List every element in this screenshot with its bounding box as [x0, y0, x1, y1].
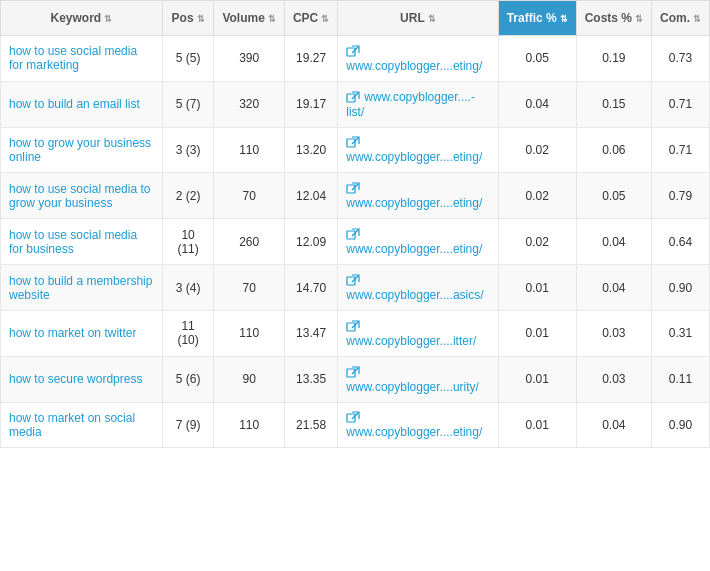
sort-icon: ⇅	[104, 14, 112, 24]
pos-cell: 5 (7)	[162, 81, 214, 127]
volume-cell: 260	[214, 219, 284, 265]
cpc-cell: 21.58	[284, 402, 337, 448]
col-header-volume[interactable]: Volume⇅	[214, 1, 284, 36]
url-link[interactable]: www.copyblogger....itter/	[346, 334, 476, 348]
url-link[interactable]: www.copyblogger....eting/	[346, 242, 482, 256]
external-link-icon	[346, 182, 360, 196]
volume-cell: 110	[214, 310, 284, 356]
keyword-link[interactable]: how to grow your business online	[9, 136, 151, 164]
volume-cell: 390	[214, 36, 284, 82]
volume-cell: 90	[214, 356, 284, 402]
col-header-cpc[interactable]: CPC⇅	[284, 1, 337, 36]
com-cell: 0.73	[651, 36, 709, 82]
table-row: how to build an email list5 (7)32019.17 …	[1, 81, 710, 127]
keyword-cell: how to build an email list	[1, 81, 163, 127]
keyword-link[interactable]: how to market on social media	[9, 411, 135, 439]
url-link[interactable]: www.copyblogger....urity/	[346, 380, 479, 394]
url-link[interactable]: www.copyblogger....-list/	[346, 90, 475, 119]
url-link[interactable]: www.copyblogger....eting/	[346, 150, 482, 164]
cpc-cell: 13.20	[284, 127, 337, 173]
external-link-icon	[346, 411, 360, 425]
url-link[interactable]: www.copyblogger....eting/	[346, 425, 482, 439]
cpc-cell: 14.70	[284, 265, 337, 311]
table-row: how to grow your business online3 (3)110…	[1, 127, 710, 173]
col-header-traffic[interactable]: Traffic %⇅	[498, 1, 576, 36]
pos-cell: 11 (10)	[162, 310, 214, 356]
external-link-icon	[346, 320, 360, 334]
volume-cell: 110	[214, 402, 284, 448]
sort-icon: ⇅	[635, 14, 643, 24]
table-row: how to use social media for marketing5 (…	[1, 36, 710, 82]
keyword-cell: how to use social media for marketing	[1, 36, 163, 82]
keyword-link[interactable]: how to use social media for marketing	[9, 44, 137, 72]
costs-cell: 0.03	[576, 356, 651, 402]
sort-icon: ⇅	[321, 14, 329, 24]
keyword-link[interactable]: how to use social media for business	[9, 228, 137, 256]
external-link-icon	[346, 366, 360, 380]
col-header-com[interactable]: Com.⇅	[651, 1, 709, 36]
url-link[interactable]: www.copyblogger....asics/	[346, 288, 483, 302]
external-link-icon	[346, 91, 360, 105]
external-link-icon	[346, 45, 360, 59]
url-link[interactable]: www.copyblogger....eting/	[346, 59, 482, 73]
keyword-cell: how to use social media to grow your bus…	[1, 173, 163, 219]
traffic-cell: 0.01	[498, 310, 576, 356]
table-row: how to secure wordpress5 (6)9013.35 www.…	[1, 356, 710, 402]
table-row: how to build a membership website3 (4)70…	[1, 265, 710, 311]
keyword-link[interactable]: how to market on twitter	[9, 326, 136, 340]
col-header-costs[interactable]: Costs %⇅	[576, 1, 651, 36]
traffic-cell: 0.02	[498, 173, 576, 219]
traffic-cell: 0.05	[498, 36, 576, 82]
costs-cell: 0.15	[576, 81, 651, 127]
volume-cell: 110	[214, 127, 284, 173]
keyword-cell: how to grow your business online	[1, 127, 163, 173]
url-cell: www.copyblogger....eting/	[338, 402, 498, 448]
table-row: how to market on social media7 (9)11021.…	[1, 402, 710, 448]
keyword-link[interactable]: how to build an email list	[9, 97, 140, 111]
pos-cell: 3 (4)	[162, 265, 214, 311]
cpc-cell: 12.09	[284, 219, 337, 265]
pos-cell: 7 (9)	[162, 402, 214, 448]
col-header-keyword[interactable]: Keyword⇅	[1, 1, 163, 36]
pos-cell: 5 (5)	[162, 36, 214, 82]
url-link[interactable]: www.copyblogger....eting/	[346, 196, 482, 210]
table-row: how to market on twitter11 (10)11013.47 …	[1, 310, 710, 356]
costs-cell: 0.05	[576, 173, 651, 219]
keyword-cell: how to secure wordpress	[1, 356, 163, 402]
costs-cell: 0.04	[576, 265, 651, 311]
com-cell: 0.11	[651, 356, 709, 402]
external-link-icon	[346, 228, 360, 242]
cpc-cell: 13.35	[284, 356, 337, 402]
pos-cell: 2 (2)	[162, 173, 214, 219]
traffic-cell: 0.02	[498, 219, 576, 265]
keyword-link[interactable]: how to build a membership website	[9, 274, 152, 302]
cpc-cell: 19.17	[284, 81, 337, 127]
col-header-pos[interactable]: Pos⇅	[162, 1, 214, 36]
url-cell: www.copyblogger....eting/	[338, 127, 498, 173]
table-row: how to use social media to grow your bus…	[1, 173, 710, 219]
external-link-icon	[346, 136, 360, 150]
com-cell: 0.90	[651, 265, 709, 311]
url-cell: www.copyblogger....asics/	[338, 265, 498, 311]
pos-cell: 10 (11)	[162, 219, 214, 265]
keyword-cell: how to market on social media	[1, 402, 163, 448]
cpc-cell: 19.27	[284, 36, 337, 82]
traffic-cell: 0.01	[498, 402, 576, 448]
col-header-url[interactable]: URL⇅	[338, 1, 498, 36]
volume-cell: 320	[214, 81, 284, 127]
sort-icon: ⇅	[268, 14, 276, 24]
keyword-link[interactable]: how to use social media to grow your bus…	[9, 182, 150, 210]
costs-cell: 0.06	[576, 127, 651, 173]
url-cell: www.copyblogger....urity/	[338, 356, 498, 402]
volume-cell: 70	[214, 173, 284, 219]
costs-cell: 0.03	[576, 310, 651, 356]
keyword-link[interactable]: how to secure wordpress	[9, 372, 142, 386]
com-cell: 0.71	[651, 127, 709, 173]
url-cell: www.copyblogger....eting/	[338, 36, 498, 82]
external-link-icon	[346, 274, 360, 288]
costs-cell: 0.04	[576, 219, 651, 265]
costs-cell: 0.19	[576, 36, 651, 82]
traffic-cell: 0.01	[498, 356, 576, 402]
sort-icon: ⇅	[428, 14, 436, 24]
volume-cell: 70	[214, 265, 284, 311]
